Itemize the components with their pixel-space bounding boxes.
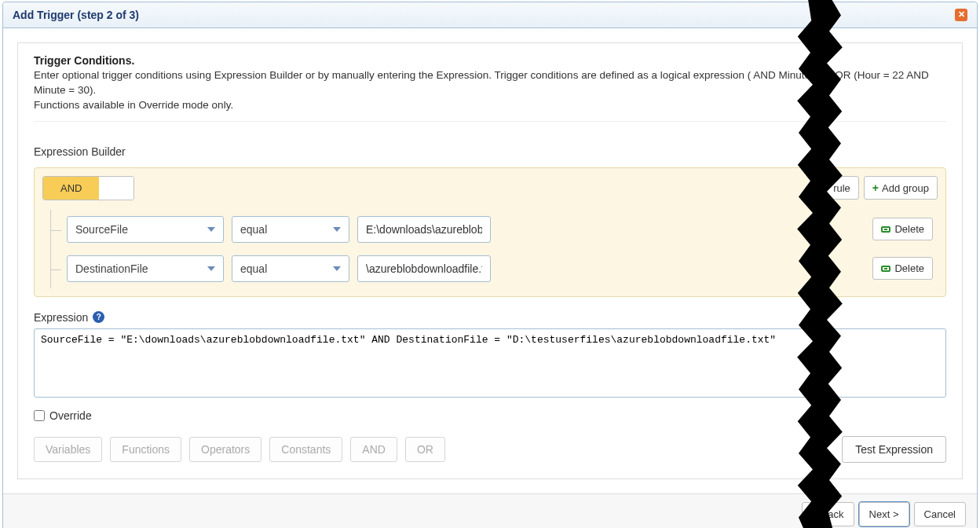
close-icon[interactable]: ✕ bbox=[955, 9, 967, 21]
functions-button[interactable]: Functions bbox=[110, 437, 181, 462]
test-expression-button[interactable]: Test Expression bbox=[842, 436, 946, 463]
add-rule-label: rule bbox=[833, 182, 850, 194]
override-checkbox[interactable] bbox=[34, 410, 45, 421]
operator-value: equal bbox=[240, 223, 267, 236]
or-button[interactable]: OR bbox=[405, 437, 445, 462]
next-button[interactable]: Next > bbox=[859, 502, 909, 526]
operator-select[interactable]: equal bbox=[232, 216, 349, 243]
and-button[interactable]: AND bbox=[350, 437, 397, 462]
delete-rule-button[interactable]: Delete bbox=[872, 257, 933, 280]
chevron-down-icon bbox=[333, 266, 341, 271]
or-toggle[interactable] bbox=[99, 177, 133, 200]
operators-button[interactable]: Operators bbox=[189, 437, 261, 462]
and-or-toggle[interactable]: AND bbox=[42, 176, 134, 200]
add-group-label: Add group bbox=[882, 182, 929, 194]
field-select[interactable]: DestinationFile bbox=[67, 255, 224, 282]
minus-icon bbox=[881, 226, 890, 233]
value-input[interactable] bbox=[357, 216, 491, 243]
rules-container: SourceFile equal Delete bbox=[50, 210, 938, 288]
help-icon[interactable]: ? bbox=[93, 311, 104, 323]
minus-icon bbox=[881, 266, 890, 272]
delete-rule-button[interactable]: Delete bbox=[872, 218, 933, 240]
cancel-button[interactable]: Cancel bbox=[914, 502, 966, 526]
chevron-down-icon bbox=[207, 266, 215, 271]
variables-button[interactable]: Variables bbox=[34, 437, 102, 462]
operator-select[interactable]: equal bbox=[232, 255, 349, 282]
chevron-down-icon bbox=[207, 227, 215, 232]
field-value: SourceFile bbox=[75, 223, 128, 236]
add-group-button[interactable]: + Add group bbox=[864, 176, 938, 200]
dialog-title: Add Trigger (step 2 of 3) bbox=[13, 9, 139, 21]
override-label: Override bbox=[49, 409, 92, 422]
expression-label: Expression bbox=[34, 311, 88, 324]
add-trigger-dialog: Add Trigger (step 2 of 3) ✕ Trigger Cond… bbox=[2, 2, 978, 528]
operator-value: equal bbox=[240, 262, 267, 275]
and-toggle[interactable]: AND bbox=[43, 177, 99, 200]
field-value: DestinationFile bbox=[75, 262, 148, 275]
chevron-down-icon bbox=[333, 227, 341, 232]
delete-label: Delete bbox=[894, 262, 924, 274]
delete-label: Delete bbox=[894, 223, 924, 235]
value-input[interactable] bbox=[357, 255, 491, 282]
constants-button[interactable]: Constants bbox=[269, 437, 342, 462]
token-buttons: Variables Functions Operators Constants … bbox=[34, 437, 445, 462]
plus-icon: + bbox=[872, 182, 879, 194]
field-select[interactable]: SourceFile bbox=[67, 216, 224, 243]
